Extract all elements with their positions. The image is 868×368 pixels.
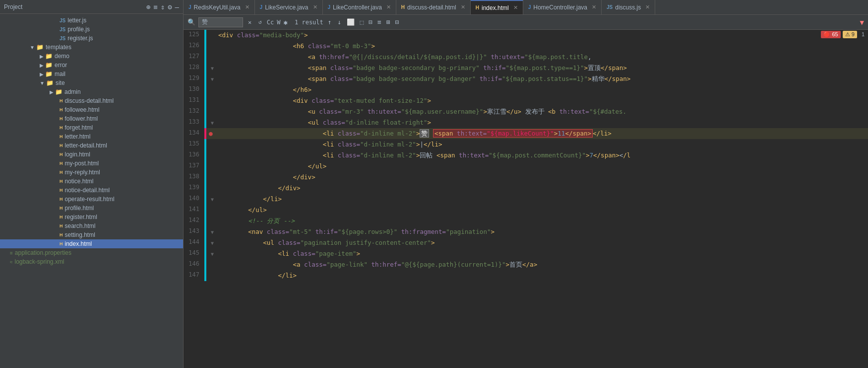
tree-item-setting-html[interactable]: H setting.html (0, 230, 183, 239)
line-code-132[interactable]: <u class="mr-3" th:utext="${map.user.use… (216, 106, 868, 117)
line-code-126[interactable]: <h6 class="mt-0 mb-3"> (216, 41, 868, 52)
find-input[interactable] (198, 17, 243, 27)
tree-item-operate-result-html[interactable]: H operate-result.html (0, 195, 183, 204)
code-line-138: 138 </div> (184, 172, 868, 183)
find-prev-text-icon[interactable]: ↺ (256, 18, 264, 26)
tab-like-service[interactable]: J LikeService.java ✕ (255, 0, 323, 14)
find-prev-icon[interactable]: ↑ (326, 18, 333, 26)
tab-index-html[interactable]: H index.html ✕ (471, 0, 523, 14)
line-code-143[interactable]: <nav class="mt-5" th:if="${page.rows>0}"… (216, 226, 868, 237)
line-code-139[interactable]: </div> (216, 183, 868, 194)
find-option-3-icon[interactable]: ⊟ (368, 18, 373, 26)
find-option-w[interactable]: W (277, 19, 280, 26)
tree-item-error[interactable]: ▶ 📁 error (0, 61, 183, 70)
tab-discuss-detail-html[interactable]: H discuss-detail.html ✕ (396, 0, 471, 14)
tree-item-site[interactable]: ▼ 📁 site (0, 78, 183, 87)
fold-arrow-icon[interactable]: ▼ (211, 251, 214, 257)
tree-item-notice-html[interactable]: H notice.html (0, 177, 183, 186)
tab-close-icon[interactable]: ✕ (645, 4, 650, 10)
fold-arrow-icon[interactable]: ▼ (211, 229, 214, 235)
tree-item-admin[interactable]: ▶ 📁 admin (0, 87, 183, 96)
fold-arrow-icon[interactable]: ▼ (211, 197, 214, 202)
tab-close-icon[interactable]: ✕ (245, 4, 249, 10)
tree-item-logback-spring-xml[interactable]: ≈ logback-spring.xml (0, 257, 183, 266)
tab-redis-key-util[interactable]: J RedisKeyUtil.java ✕ (184, 0, 255, 14)
line-code-130[interactable]: </h6> (216, 84, 868, 95)
find-option-5-icon[interactable]: ⊞ (385, 18, 391, 26)
sidebar-settings-icon[interactable]: ⚙ (168, 3, 172, 11)
tree-item-register-js[interactable]: JS register.js (0, 34, 183, 43)
fold-arrow-icon[interactable]: ▼ (211, 240, 214, 246)
tree-item-mail[interactable]: ▶ 📁 mail (0, 70, 183, 78)
line-code-135[interactable]: <li class="d-inline ml-2">|</li> (216, 139, 868, 150)
tree-item-forget-html[interactable]: H forget.html (0, 123, 183, 132)
line-code-133[interactable]: <ul class="d-inline float-right"> (216, 117, 868, 128)
tree-item-search-html[interactable]: H search.html (0, 221, 183, 230)
tree-item-templates[interactable]: ▼ 📁 templates (0, 43, 183, 52)
tree-label: index.html (65, 240, 92, 247)
tree-item-followee-html[interactable]: H followee.html (0, 105, 183, 114)
tree-item-register-html[interactable]: H register.html (0, 213, 183, 221)
line-code-125[interactable]: <div class="media-body"> (216, 30, 868, 41)
tab-close-icon[interactable]: ✕ (461, 4, 465, 10)
find-option-4-icon[interactable]: ≡ (376, 18, 382, 26)
line-code-140[interactable]: </li> (216, 194, 868, 205)
tab-like-controller[interactable]: J LikeController.java ✕ (323, 0, 396, 14)
fold-arrow-icon[interactable]: ▼ (211, 66, 214, 71)
fold-arrow-icon[interactable]: ▼ (211, 120, 214, 126)
tab-home-controller[interactable]: J HomeController.java ✕ (523, 0, 602, 14)
line-code-128[interactable]: <span class="badge badge-secondary bg-pr… (216, 63, 868, 74)
filter-icon[interactable]: ▼ (860, 18, 864, 26)
find-option-2-icon[interactable]: ⬚ (359, 18, 365, 26)
line-code-134[interactable]: <li class="d-inline ml-2">赞 <span th:tex… (216, 128, 868, 139)
line-code-138[interactable]: </div> (216, 172, 868, 183)
tree-item-discuss-detail-html[interactable]: H discuss-detail.html (0, 96, 183, 105)
line-code-147[interactable]: </li> (216, 270, 868, 281)
tree-item-my-post-html[interactable]: H my-post.html (0, 159, 183, 168)
tree-item-profile-html[interactable]: H profile.html (0, 204, 183, 213)
sidebar-icon-1[interactable]: ⊕ (146, 3, 150, 11)
tab-close-icon[interactable]: ✕ (386, 4, 391, 10)
line-code-142[interactable]: <!-- 分页 --> (216, 216, 868, 226)
sidebar-icon-2[interactable]: ≡ (153, 3, 157, 11)
tree-item-follower-html[interactable]: H follower.html (0, 114, 183, 123)
tab-close-icon[interactable]: ✕ (592, 4, 596, 10)
tab-discuss-js[interactable]: JS discuss.js ✕ (602, 0, 655, 14)
find-option-cc[interactable]: Cc (267, 19, 274, 26)
find-next-icon[interactable]: ↓ (336, 18, 343, 26)
sidebar-close-icon[interactable]: — (175, 3, 179, 11)
fold-arrow-icon[interactable]: ▼ (211, 76, 214, 82)
tree-item-login-html[interactable]: H login.html (0, 150, 183, 159)
line-code-144[interactable]: <ul class="pagination justify-content-ce… (216, 237, 868, 248)
tree-item-notice-detail-html[interactable]: H notice-detail.html (0, 186, 183, 195)
tab-label: LikeController.java (333, 4, 382, 11)
tree-item-profile-js[interactable]: JS profile.js (0, 25, 183, 34)
line-code-131[interactable]: <div class="text-muted font-size-12"> (216, 95, 868, 106)
clear-search-icon[interactable]: ✕ (246, 18, 253, 27)
line-code-145[interactable]: <li class="page-item"> (216, 248, 868, 259)
sidebar-icon-3[interactable]: ⇕ (161, 3, 165, 11)
tree-item-application-properties[interactable]: ≡ application.properties (0, 248, 183, 257)
prop-file-icon: ≡ (10, 250, 13, 256)
line-code-127[interactable]: <a th:href="@{|/discuss/detail/${map.pos… (216, 52, 868, 63)
tree-item-index-html[interactable]: H index.html (0, 239, 183, 248)
find-option-6-icon[interactable]: ⊟ (394, 18, 400, 26)
tab-close-icon[interactable]: ✕ (513, 4, 518, 11)
line-code-146[interactable]: <a class="page-link" th:href="@{${page.p… (216, 259, 868, 270)
code-editor[interactable]: 🔴 65 ⚠ 9 1 125 <div class="media-body"> … (184, 30, 868, 368)
tree-item-my-reply-html[interactable]: H my-reply.html (0, 168, 183, 177)
tree-item-letter-html[interactable]: H letter.html (0, 132, 183, 141)
line-code-141[interactable]: </ul> (216, 205, 868, 216)
folder-icon: 📁 (36, 44, 44, 51)
tree-item-letter-detail-html[interactable]: H letter-detail.html (0, 141, 183, 150)
folder-icon: 📁 (55, 88, 62, 95)
tree-item-letter-js[interactable]: JS letter.js (0, 16, 183, 25)
line-code-136[interactable]: <li class="d-inline ml-2">回帖 <span th:te… (216, 150, 868, 161)
tree-item-demo[interactable]: ▶ 📁 demo (0, 52, 183, 61)
fold-col: ▼ (208, 237, 216, 248)
line-code-137[interactable]: </ul> (216, 161, 868, 172)
line-code-129[interactable]: <span class="badge badge-secondary bg-da… (216, 74, 868, 84)
find-option-1-icon[interactable]: ⬜ (346, 18, 356, 26)
find-option-regex[interactable]: ✱ (284, 18, 288, 26)
tab-close-icon[interactable]: ✕ (313, 4, 317, 10)
